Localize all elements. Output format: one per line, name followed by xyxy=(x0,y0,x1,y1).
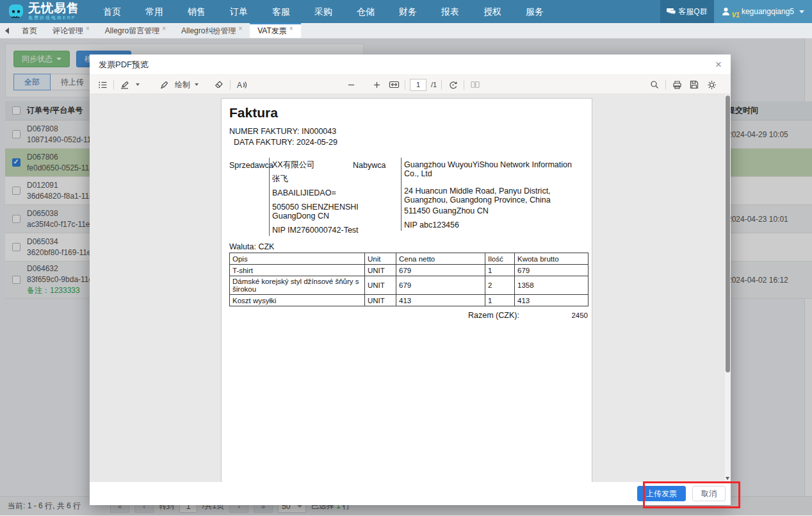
highlighter-dropdown-icon[interactable] xyxy=(136,83,140,86)
invoice-item-row: Dámské korejský styl džínsové šňůry s ši… xyxy=(230,276,589,295)
tab-allegro-message[interactable]: Allegro留言管理 xyxy=(97,23,174,38)
pdf-viewer-canvas: Faktura NUMER FAKTURY: IN000043 DATA FAK… xyxy=(90,94,731,482)
tab-vat-invoice[interactable]: VAT发票 xyxy=(250,23,300,38)
eraser-icon[interactable] xyxy=(213,78,225,91)
buyer-details: Guangzhou WuyouYiShou Network Informatio… xyxy=(401,158,585,231)
qq-group-label: 客服Q群 xyxy=(678,6,707,17)
invoice-total: Razem (CZK): 2450 xyxy=(468,311,588,320)
draw-pen-icon[interactable] xyxy=(158,78,170,91)
invoice-table-header: Opis Unit Cena netto Ilość Kwota brutto xyxy=(230,253,589,265)
pdf-page-input[interactable] xyxy=(410,79,426,91)
workspace: 同步状态 移入已上传 全部 待上传 已上传 订单号/平台单号 提交时间 xyxy=(0,38,812,515)
brand-name: 无忧易售 xyxy=(28,2,79,14)
draw-dropdown-icon[interactable] xyxy=(195,83,199,86)
pdf-scrollbar-thumb[interactable] xyxy=(726,96,730,372)
tab-scroll-left-icon[interactable] xyxy=(0,23,14,38)
draw-label[interactable]: 绘制 xyxy=(175,79,190,90)
tab-allegro-dispute[interactable]: Allegro纠纷管理 xyxy=(174,23,250,38)
app-screen: 无忧易售 免费跨境电商ERP 首页 常用 销售 订单 客服 采购 仓储 财务 报… xyxy=(0,0,812,516)
modal-footer: 上传发票 取消 xyxy=(90,482,731,505)
tab-comment-management[interactable]: 评论管理 xyxy=(45,23,97,38)
close-icon[interactable] xyxy=(162,25,166,32)
save-icon[interactable] xyxy=(688,78,701,91)
menu-orders[interactable]: 订单 xyxy=(218,0,260,23)
invoice-items-table: Opis Unit Cena netto Ilość Kwota brutto … xyxy=(229,253,589,306)
invoice-date: DATA FAKTURY: 2024-05-29 xyxy=(234,138,337,147)
upload-invoice-button[interactable]: 上传发票 xyxy=(637,486,686,501)
seller-details: XX有限公司 张飞 BABAILIJIEDAO= 505050 SHENZHEN… xyxy=(269,158,363,236)
svg-text:A: A xyxy=(237,81,242,90)
menu-services[interactable]: 服务 xyxy=(514,0,556,23)
user-menu[interactable]: V1 keguangqiang5 xyxy=(714,0,812,23)
user-level-badge: V1 xyxy=(732,12,740,19)
rotate-icon[interactable] xyxy=(446,78,459,91)
menu-authorization[interactable]: 授权 xyxy=(471,0,514,23)
qq-group-button[interactable]: 客服Q群 xyxy=(660,0,713,23)
zoom-in-icon[interactable] xyxy=(370,78,383,91)
invoice-title: Faktura xyxy=(229,105,278,121)
tab-home[interactable]: 首页 xyxy=(14,23,45,38)
invoice-total-label: Razem (CZK): xyxy=(468,311,519,320)
invoice-item-row: T-shirtUNIT6791679 xyxy=(230,265,589,276)
brand-logo[interactable]: 无忧易售 免费跨境电商ERP xyxy=(0,0,86,23)
user-icon xyxy=(722,7,730,16)
pdf-scrollbar[interactable] xyxy=(725,94,731,482)
menu-service[interactable]: 客服 xyxy=(260,0,302,23)
menu-reports[interactable]: 报表 xyxy=(429,0,471,23)
main-menu: 首页 常用 销售 订单 客服 采购 仓储 财务 报表 授权 服务 xyxy=(91,0,556,23)
read-aloud-icon[interactable]: A xyxy=(235,78,248,91)
pdf-viewer-toolbar: 绘制 A xyxy=(90,75,731,94)
close-icon[interactable] xyxy=(86,25,90,32)
fit-to-width-icon[interactable] xyxy=(387,78,400,91)
brand-slogan: 免费跨境电商ERP xyxy=(28,15,79,21)
invoice-total-value: 2450 xyxy=(571,312,588,319)
menu-home[interactable]: 首页 xyxy=(91,0,133,23)
scroll-down-icon[interactable] xyxy=(725,476,731,481)
buyer-label: Nabywca xyxy=(353,161,386,170)
close-icon[interactable] xyxy=(238,25,242,32)
print-icon[interactable] xyxy=(670,78,683,91)
pdf-page-total: /1 xyxy=(431,81,437,88)
chat-bubble-icon xyxy=(667,8,676,15)
highlighter-icon[interactable] xyxy=(118,78,131,91)
invoice-currency: Waluta: CZK xyxy=(229,242,274,251)
cancel-button[interactable]: 取消 xyxy=(692,486,726,501)
octopus-logo-icon xyxy=(8,3,24,20)
invoice-pdf-preview-modal: 发票PDF预览 绘制 xyxy=(90,54,731,505)
search-icon[interactable] xyxy=(648,78,661,91)
page-tabbar: 首页 评论管理 Allegro留言管理 Allegro纠纷管理 VAT发票 xyxy=(0,23,812,38)
settings-gear-icon[interactable] xyxy=(705,78,718,91)
contents-icon[interactable] xyxy=(96,78,109,91)
top-navbar: 无忧易售 免费跨境电商ERP 首页 常用 销售 订单 客服 采购 仓储 财务 报… xyxy=(0,0,812,23)
zoom-out-icon[interactable] xyxy=(345,78,357,91)
modal-header: 发票PDF预览 xyxy=(90,54,731,75)
close-icon[interactable] xyxy=(289,25,293,32)
close-icon[interactable] xyxy=(715,59,722,70)
modal-title: 发票PDF预览 xyxy=(99,59,149,71)
menu-warehouse[interactable]: 仓储 xyxy=(345,0,387,23)
username: keguangqiang5 xyxy=(742,7,794,16)
chevron-down-icon xyxy=(799,10,804,13)
invoice-item-row: Koszt wysyłkiUNIT4131413 xyxy=(230,295,589,306)
invoice-pdf-page: Faktura NUMER FAKTURY: IN000043 DATA FAK… xyxy=(221,98,592,482)
menu-sales[interactable]: 销售 xyxy=(175,0,218,23)
seller-label: Sprzedawca xyxy=(229,161,273,170)
page-view-icon[interactable] xyxy=(469,78,482,91)
menu-common[interactable]: 常用 xyxy=(133,0,175,23)
menu-finance[interactable]: 财务 xyxy=(387,0,429,23)
invoice-number: NUMER FAKTURY: IN000043 xyxy=(229,127,336,136)
menu-purchase[interactable]: 采购 xyxy=(302,0,345,23)
